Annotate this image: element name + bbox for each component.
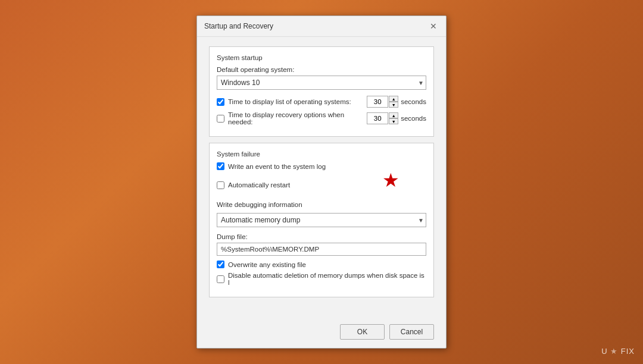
display-recovery-label: Time to display recovery options when ne… — [228, 111, 367, 125]
spinner-up-btn[interactable]: ▲ — [389, 96, 398, 102]
display-recovery-checkbox[interactable] — [217, 115, 224, 123]
cancel-button[interactable]: Cancel — [389, 324, 434, 340]
overwrite-checkbox[interactable] — [217, 261, 224, 268]
startup-recovery-dialog: Startup and Recovery ✕ System startup De… — [196, 15, 447, 349]
debug-info-dropdown[interactable]: Automatic memory dump Complete memory du… — [217, 213, 426, 227]
system-startup-section: System startup Default operating system:… — [209, 46, 434, 137]
auto-restart-row: Automatically restart ★ — [217, 174, 426, 196]
display-recovery-spinner: ▲ ▼ — [367, 112, 398, 124]
system-failure-label: System failure — [217, 150, 426, 158]
seconds-label-1: seconds — [401, 98, 426, 105]
disable-auto-delete-label: Disable automatic deletion of memory dum… — [228, 272, 426, 286]
write-event-row: Write an event to the system log — [217, 162, 426, 170]
dump-file-label: Dump file: — [217, 233, 426, 240]
system-failure-section: System failure Write an event to the sys… — [209, 143, 434, 297]
system-startup-label: System startup — [217, 54, 426, 61]
watermark-star-icon: ★ — [610, 347, 618, 356]
spinner-down-btn-2[interactable]: ▼ — [389, 118, 398, 124]
debug-dropdown-wrapper: Automatic memory dump Complete memory du… — [217, 213, 426, 227]
spinner-buttons: ▲ ▼ — [389, 96, 398, 108]
seconds-label-2: seconds — [401, 115, 426, 122]
dump-file-input[interactable] — [217, 243, 426, 256]
write-event-label: Write an event to the system log — [228, 163, 326, 170]
os-dropdown[interactable]: Windows 10 — [217, 76, 426, 90]
spinner-up-btn-2[interactable]: ▲ — [389, 112, 398, 118]
display-os-list-value[interactable] — [367, 96, 388, 108]
display-os-list-spinner: ▲ ▼ — [367, 96, 398, 108]
auto-restart-label: Automatically restart — [228, 181, 290, 189]
close-button[interactable]: ✕ — [428, 21, 439, 32]
dialog-title: Startup and Recovery — [204, 22, 273, 30]
write-debug-label: Write debugging information — [217, 201, 426, 208]
default-os-label: Default operating system: — [217, 66, 426, 73]
display-recovery-value[interactable] — [367, 112, 388, 124]
star-icon: ★ — [382, 169, 399, 192]
watermark: U ★ FIX — [601, 347, 635, 356]
auto-restart-checkbox[interactable] — [217, 181, 224, 189]
dialog-footer: OK Cancel — [197, 318, 446, 348]
write-event-checkbox[interactable] — [217, 162, 224, 170]
spinner-down-btn[interactable]: ▼ — [389, 102, 398, 108]
title-bar: Startup and Recovery ✕ — [197, 16, 446, 37]
overwrite-label: Overwrite any existing file — [228, 261, 306, 268]
display-os-list-row: Time to display list of operating system… — [217, 96, 426, 108]
overwrite-row: Overwrite any existing file — [217, 261, 426, 268]
dialog-body: System startup Default operating system:… — [197, 37, 446, 318]
ok-button[interactable]: OK — [340, 324, 385, 340]
display-os-list-checkbox[interactable] — [217, 98, 224, 106]
spinner-buttons-2: ▲ ▼ — [389, 112, 398, 124]
display-recovery-row: Time to display recovery options when ne… — [217, 111, 426, 125]
display-os-list-label: Time to display list of operating system… — [228, 98, 367, 105]
disable-auto-delete-checkbox[interactable] — [217, 275, 224, 283]
default-os-row: Default operating system: Windows 10 ▼ — [217, 66, 426, 90]
disable-auto-delete-row: Disable automatic deletion of memory dum… — [217, 272, 426, 286]
os-dropdown-wrapper: Windows 10 ▼ — [217, 76, 426, 90]
